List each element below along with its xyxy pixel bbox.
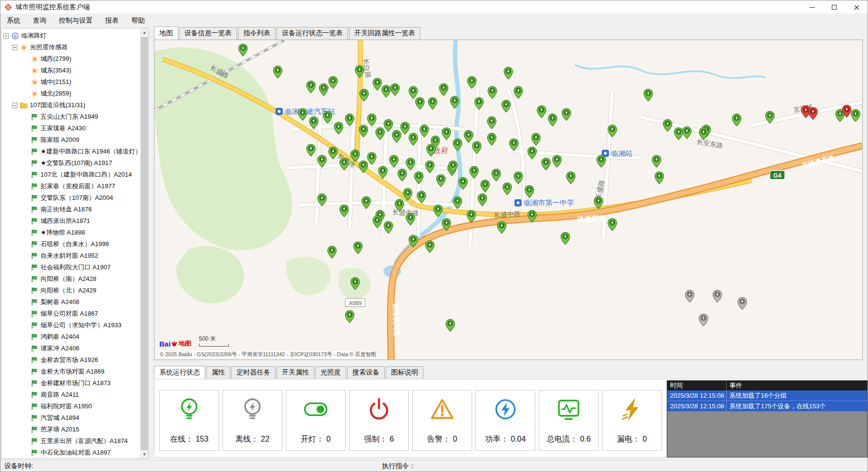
- map-tab[interactable]: 地图: [154, 27, 178, 40]
- tree-device[interactable]: 自来水斜对面 A1952: [3, 250, 139, 262]
- tree-expander-icon[interactable]: [3, 33, 9, 39]
- light-sensor-icon: [31, 79, 38, 86]
- map-tab[interactable]: 设备信息一览表: [179, 27, 237, 40]
- event-log-row[interactable]: 2025/3/28 12:15:08系统加载了16个分组: [667, 390, 867, 401]
- map-attribution: © 2025 Baidu - GS(2023)3206号 - 甲测资字11111…: [158, 351, 378, 358]
- tree-group[interactable]: 107国道沿线(31/31): [3, 99, 139, 111]
- tree-device[interactable]: 城西派出所A1871: [3, 215, 139, 227]
- tree-root[interactable]: G临湘路灯: [3, 30, 139, 42]
- minimize-icon: [810, 7, 815, 8]
- bottom-tab[interactable]: 开关属性: [277, 366, 314, 379]
- tree-group[interactable]: 光照度传感器: [3, 42, 139, 53]
- tree-device[interactable]: ★交警队西(107南) A1917: [3, 157, 139, 169]
- bottom-tab[interactable]: 图标说明: [386, 366, 423, 379]
- tree-item-label: 观音路 A2411: [41, 390, 79, 399]
- baidu-logo-text2: 地图: [179, 339, 191, 348]
- tree-device[interactable]: 交警队东（107南）A2004: [3, 192, 139, 204]
- map-view[interactable]: 长盛路长白路长盛路临湘长途汽车站市政府临湘站临湘市第一中学长安东路长盛中路长盛中…: [154, 40, 863, 360]
- menu-item[interactable]: 查询: [27, 14, 53, 28]
- tree-device[interactable]: ★建新中路路口东 A1946（辅道灯）: [3, 146, 139, 157]
- tree-device[interactable]: 彭家巷（党校后面）A1977: [3, 180, 139, 192]
- bottom-tab[interactable]: 属性: [206, 366, 230, 379]
- tree-device[interactable]: 五里派出所（富源汽配）A1874: [3, 435, 139, 447]
- bottom-tab[interactable]: 搜索设备: [347, 366, 385, 379]
- tree-scrollbar[interactable]: ▲ ▼: [140, 28, 148, 458]
- device-flag-icon: [31, 380, 38, 387]
- tree-device[interactable]: 汽贸城 A1894: [3, 412, 139, 424]
- device-flag-icon: [31, 391, 38, 399]
- sun-icon-wrap: [30, 67, 38, 74]
- scroll-down-icon[interactable]: ▼: [140, 450, 148, 458]
- window-controls: [801, 0, 868, 14]
- tree-device[interactable]: 向阳桥（北）A2429: [3, 285, 139, 296]
- device-flag-icon: [31, 229, 38, 236]
- tree-device[interactable]: 谭家冲 A2406: [3, 343, 139, 354]
- tree-device[interactable]: 中石化加油站对面 A1897: [3, 447, 139, 458]
- event-log-row[interactable]: 2025/3/28 12:15:08系统加载了175个设备，在线153个: [667, 401, 867, 412]
- scroll-thumb[interactable]: [141, 37, 148, 450]
- bottom-tab[interactable]: 系统运行状态: [154, 366, 205, 379]
- tree-device[interactable]: 鸿鹤巷 A2404: [3, 331, 139, 343]
- tree-device[interactable]: 金桥建材市场门口 A1873: [3, 377, 139, 389]
- flag-icon-wrap: [30, 426, 38, 433]
- tree-device[interactable]: 梨树巷 A2408: [3, 296, 139, 308]
- status-card-power: 强制：6: [349, 390, 409, 451]
- tree-expander-icon[interactable]: [12, 45, 17, 50]
- tree-item-label: 城东(3543): [41, 66, 71, 75]
- svg-text:临湘站: 临湘站: [611, 150, 633, 157]
- tree-device[interactable]: 烟草公司（求知中学）A1933: [3, 319, 139, 331]
- tree-item-label: 城北(2859): [41, 89, 71, 98]
- tree-device[interactable]: 城西(2799): [3, 53, 139, 65]
- device-flag-icon: [31, 310, 38, 318]
- tree-device[interactable]: 观音路 A2411: [3, 389, 139, 401]
- status-card-value: 6: [390, 435, 394, 443]
- tree-device[interactable]: 芭茅塘 A2015: [3, 424, 139, 435]
- event-time: 2025/3/28 12:15:08: [667, 390, 726, 401]
- flag-icon-wrap: [30, 136, 38, 144]
- map-tab[interactable]: 设备运行状态一览表: [277, 27, 348, 40]
- flag-icon-wrap: [30, 287, 38, 294]
- tree-device[interactable]: 向阳桥（南）A2428: [3, 273, 139, 285]
- tree-device[interactable]: 福利院对面 A1950: [3, 401, 139, 412]
- device-flag-icon: [31, 345, 38, 352]
- bottom-tab[interactable]: 定时器任务: [231, 366, 276, 379]
- map-tab[interactable]: 指令列表: [238, 27, 276, 40]
- status-card-text: 功率：0.04: [485, 434, 526, 444]
- event-log-rows: 2025/3/28 12:15:08系统加载了16个分组2025/3/28 12…: [667, 390, 867, 412]
- tree-device[interactable]: 石咀桥（自来水）A1999: [3, 238, 139, 250]
- tree-device[interactable]: 金桥农贸市场 A1926: [3, 354, 139, 366]
- tree-device[interactable]: 五尖山大门东 A1949: [3, 111, 139, 123]
- tree-device[interactable]: 107北（建新中路路口西）A2014: [3, 169, 139, 180]
- menu-item[interactable]: 系统: [0, 14, 27, 28]
- map-tab[interactable]: 开关回路属性一览表: [349, 27, 420, 40]
- bottom-tab[interactable]: 光照度: [315, 366, 346, 379]
- map-scale: 500 米: [199, 335, 229, 347]
- maximize-button[interactable]: [823, 0, 845, 14]
- tree-device[interactable]: 烟草公司对面 A1867: [3, 308, 139, 319]
- tree-device[interactable]: 陈家组 A2009: [3, 134, 139, 146]
- menu-item[interactable]: 控制与设置: [53, 14, 99, 28]
- flag-icon-wrap: [30, 148, 38, 155]
- tree-device[interactable]: 城东(3543): [3, 65, 139, 76]
- tree-device[interactable]: 城北(2859): [3, 88, 139, 99]
- event-text: 系统加载了175个设备，在线153个: [726, 401, 867, 411]
- tree-device[interactable]: 社会福利院大门口 A1907: [3, 262, 139, 273]
- tree-device[interactable]: 王家珑巷 A2430: [3, 123, 139, 134]
- tree-device[interactable]: 城中(2151): [3, 76, 139, 88]
- status-card-bulb-on: 在线：153: [159, 390, 219, 451]
- device-flag-icon: [31, 403, 38, 410]
- menu-item[interactable]: 报表: [99, 14, 125, 28]
- tree-device[interactable]: 金桥大市场对面 A1869: [3, 366, 139, 377]
- map-road-label: 长盛中路: [392, 208, 419, 217]
- tree-device[interactable]: 南正街转盘 A1876: [3, 204, 139, 215]
- close-button[interactable]: [845, 0, 868, 14]
- status-card-toggle: 开灯：0: [286, 390, 346, 451]
- scroll-up-icon[interactable]: ▲: [140, 28, 148, 37]
- tree-expander-icon[interactable]: [12, 103, 17, 108]
- minimize-button[interactable]: [801, 0, 823, 14]
- device-flag-icon: [31, 438, 38, 445]
- device-flag-icon: [31, 194, 38, 202]
- log-col-time: 时间: [667, 381, 726, 390]
- tree-device[interactable]: ★博物馆 A1888: [3, 227, 139, 238]
- menu-item[interactable]: 帮助: [125, 14, 151, 28]
